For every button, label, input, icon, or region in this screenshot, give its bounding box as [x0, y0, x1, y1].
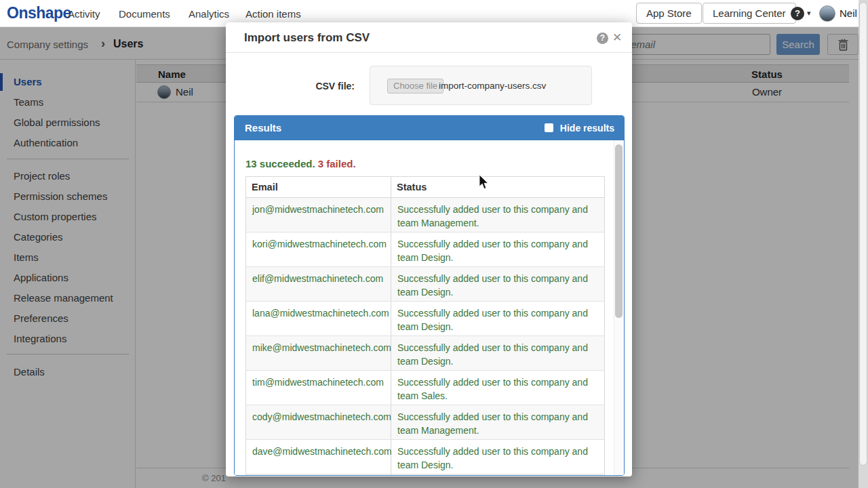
result-row	[246, 474, 605, 476]
results-title: Results	[245, 122, 281, 134]
succeeded-count: 13 succeeded.	[245, 158, 315, 169]
result-email: lana@midwestmachinetech.com	[246, 302, 391, 336]
result-email: tim@midwestmachinetech.com	[246, 371, 391, 405]
modal-title: Import users from CSV	[244, 31, 370, 45]
results-table: Email Status jon@midwestmachinetech.com …	[245, 176, 605, 475]
result-status: Successfully added user to this company …	[391, 336, 605, 371]
result-row: elif@midwestmachinetech.com Successfully…	[246, 267, 605, 302]
choose-file-button[interactable]: Choose file	[387, 79, 443, 94]
result-email: jon@midwestmachinetech.com	[246, 198, 391, 232]
result-status: Successfully added user to this company …	[391, 198, 605, 232]
csv-file-label: CSV file:	[294, 81, 355, 92]
result-row: cody@midwestmachinetech.com Successfully…	[246, 405, 605, 440]
results-column-email: Email	[246, 177, 391, 198]
nav-documents[interactable]: Documents	[119, 8, 170, 20]
csv-file-box: Choose file import-company-users.csv	[370, 66, 592, 105]
results-panel-header: Results Hide results	[235, 116, 624, 140]
hide-results-checkbox[interactable]	[545, 123, 553, 132]
selected-file-name: import-company-users.csv	[439, 81, 546, 91]
mouse-cursor-icon	[479, 175, 491, 192]
import-summary: 13 succeeded. 3 failed.	[245, 158, 356, 169]
result-row: lana@midwestmachinetech.com Successfully…	[246, 302, 605, 336]
help-icon[interactable]: ?	[791, 7, 804, 20]
user-avatar[interactable]	[819, 5, 835, 22]
result-status: Successfully added user to this company …	[391, 232, 605, 267]
results-body: 13 succeeded. 3 failed. Email Status	[235, 140, 624, 475]
result-email: elif@midwestmachinetech.com	[246, 267, 391, 302]
user-name[interactable]: Neil	[840, 7, 857, 19]
onshape-logo[interactable]: Onshape	[7, 4, 71, 22]
modal-header: Import users from CSV ? ✕	[226, 22, 632, 53]
result-row: jon@midwestmachinetech.com Successfully …	[246, 198, 605, 232]
app-store-button[interactable]: App Store	[636, 3, 702, 24]
results-scrollbar-thumb[interactable]	[615, 144, 623, 318]
nav-analytics[interactable]: Analytics	[189, 8, 229, 20]
result-row: tim@midwestmachinetech.com Successfully …	[246, 371, 605, 405]
nav-activity[interactable]: Activity	[68, 8, 100, 20]
chevron-down-icon[interactable]: ▾	[807, 9, 811, 18]
learning-center-button[interactable]: Learning Center	[703, 3, 796, 24]
results-panel: Results Hide results 13 succeeded. 3 fai…	[234, 115, 625, 476]
scrollbar-thumb[interactable]	[859, 2, 867, 466]
result-status: Successfully added user to this company …	[391, 371, 605, 405]
result-email: dave@midwestmachinetech.com	[246, 440, 391, 474]
result-row: dave@midwestmachinetech.com Successfully…	[246, 440, 605, 474]
page-scrollbar[interactable]	[859, 0, 868, 488]
result-row: kori@midwestmachinetech.com Successfully…	[246, 232, 605, 267]
hide-results-label[interactable]: Hide results	[560, 123, 614, 134]
results-column-status: Status	[391, 177, 605, 198]
result-status: Successfully added user to this company …	[391, 302, 605, 336]
result-status: Successfully added user to this company …	[391, 267, 605, 302]
nav-action-items[interactable]: Action items	[245, 8, 301, 20]
modal-help-icon[interactable]: ?	[597, 33, 608, 44]
result-status: Successfully added user to this company …	[391, 440, 605, 474]
result-email: kori@midwestmachinetech.com	[246, 232, 391, 267]
result-email: cody@midwestmachinetech.com	[246, 405, 391, 440]
result-row: mike@midwestmachinetech.com Successfully…	[246, 336, 605, 371]
result-status: Successfully added user to this company …	[391, 405, 605, 440]
close-icon[interactable]: ✕	[612, 30, 622, 45]
result-email: mike@midwestmachinetech.com	[246, 336, 391, 371]
results-rows: jon@midwestmachinetech.com Successfully …	[246, 198, 605, 476]
screen: Onshape Activity Documents Analytics Act…	[0, 0, 868, 488]
failed-count: 3 failed.	[318, 158, 356, 169]
import-users-modal: Import users from CSV ? ✕ CSV file: Choo…	[226, 22, 632, 476]
